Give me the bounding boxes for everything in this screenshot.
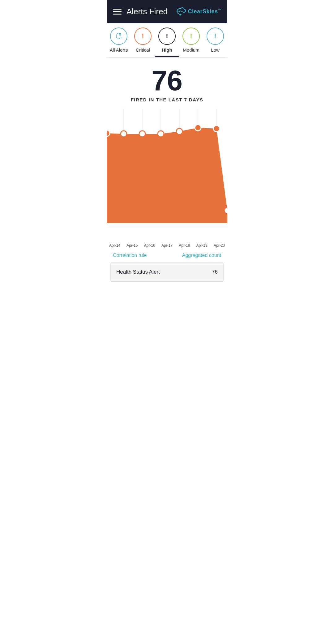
chart-legend: Correlation rule Aggregated count xyxy=(107,248,227,261)
alerts-chart xyxy=(107,109,227,241)
app-header: Alerts Fired ClearSkies™ xyxy=(107,0,227,23)
dot-apr18 xyxy=(176,128,182,134)
dot-apr20 xyxy=(224,207,227,214)
x-label-6: Apr-20 xyxy=(214,243,225,248)
alert-subtitle: FIRED IN THE LAST 7 DAYS xyxy=(107,97,227,102)
logo-icon xyxy=(175,6,186,17)
tab-high-label: High xyxy=(162,47,172,53)
tab-critical-label: Critical xyxy=(136,47,150,53)
tab-icon-critical: ! xyxy=(134,28,152,45)
dot-apr19 xyxy=(195,125,201,131)
x-label-3: Apr-17 xyxy=(161,243,173,248)
page-title: Alerts Fired xyxy=(126,7,168,16)
logo: ClearSkies™ xyxy=(175,6,221,17)
tab-low[interactable]: ! Low xyxy=(203,23,227,57)
chart-svg xyxy=(107,109,227,241)
tab-all-alerts[interactable]: A All Alerts xyxy=(107,23,131,57)
table-cell-name: Health Status Alert xyxy=(116,269,160,275)
legend-correlation[interactable]: Correlation rule xyxy=(113,253,147,258)
x-label-2: Apr-16 xyxy=(144,243,155,248)
tab-medium[interactable]: ! Medium xyxy=(179,23,203,57)
tab-all-label: All Alerts xyxy=(110,47,128,53)
dot-apr16 xyxy=(139,131,145,137)
x-label-1: Apr-15 xyxy=(126,243,138,248)
header-left: Alerts Fired xyxy=(113,7,168,16)
dot-apr19b xyxy=(213,126,220,132)
tab-icon-high: ! xyxy=(158,28,176,45)
legend-aggregated[interactable]: Aggregated count xyxy=(182,253,221,258)
table-row[interactable]: Health Status Alert 76 xyxy=(111,263,223,281)
tab-icon-low: ! xyxy=(207,28,224,45)
tab-critical[interactable]: ! Critical xyxy=(131,23,155,57)
table-cell-count: 76 xyxy=(212,269,218,275)
alert-count: 76 xyxy=(107,67,227,95)
main-content: 76 FIRED IN THE LAST 7 DAYS xyxy=(107,58,227,282)
bell-icon: A xyxy=(114,32,123,41)
medium-exclaim-icon: ! xyxy=(190,33,192,40)
tab-icon-all: A xyxy=(110,28,127,45)
x-label-0: Apr-14 xyxy=(109,243,120,248)
critical-exclaim-icon: ! xyxy=(142,33,144,40)
dot-apr17 xyxy=(158,131,164,137)
alerts-table: Health Status Alert 76 xyxy=(110,262,224,282)
tab-icon-medium: ! xyxy=(182,28,200,45)
tab-low-label: Low xyxy=(211,47,220,53)
x-label-5: Apr-19 xyxy=(196,243,208,248)
dot-apr14 xyxy=(107,130,110,136)
low-exclaim-icon: ! xyxy=(214,33,216,40)
chart-area xyxy=(107,128,227,223)
x-axis: Apr-14 Apr-15 Apr-16 Apr-17 Apr-18 Apr-1… xyxy=(107,241,227,248)
menu-button[interactable] xyxy=(113,9,122,15)
tab-high[interactable]: ! High xyxy=(155,23,179,57)
x-label-4: Apr-18 xyxy=(179,243,190,248)
tab-medium-label: Medium xyxy=(183,47,199,53)
dot-apr15 xyxy=(121,131,127,137)
tabs-bar: A All Alerts ! Critical ! High ! Medium … xyxy=(107,23,227,58)
svg-text:A: A xyxy=(119,33,121,36)
high-exclaim-icon: ! xyxy=(166,33,168,40)
logo-text-wrap: ClearSkies™ xyxy=(188,8,221,15)
logo-name: ClearSkies™ xyxy=(188,8,221,15)
